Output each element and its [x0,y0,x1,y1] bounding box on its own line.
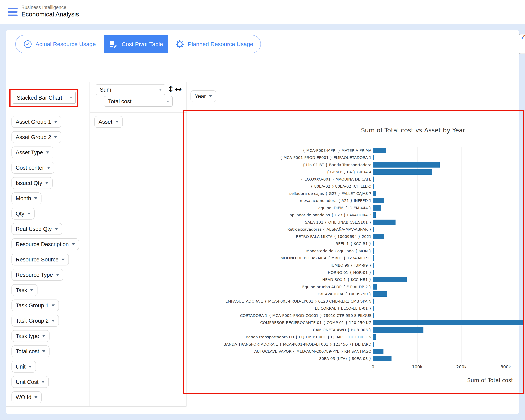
chevron-down-icon [56,274,59,276]
chart-row: { MCA-P001-PROD-EP001 } EMPAQUETADORA 1 [191,154,524,161]
y-category-label: { 80EA-02 } 80EA-02 (CHILLER) [191,184,373,189]
chart-row: MOLINO DE BOLAS MCA { MB01 } 1234 METSO [191,255,524,262]
y-category-label: { Lin-01-BT } Banda Transportadora [191,163,373,167]
field-chip-label: Asset Group 1 [16,119,51,125]
hamburger-menu-icon[interactable] [8,8,18,17]
field-chip-task-group-2[interactable]: Task Group 2 [11,315,59,327]
bar [373,241,374,246]
field-chip-qty[interactable]: Qty [11,208,35,220]
bar [373,320,524,325]
field-chip-real-used-qty[interactable]: Real Used Qty [11,223,62,235]
pivot-edit-icon [109,40,118,48]
bar [373,162,440,168]
field-chip-resource-description[interactable]: Resource Description [11,238,79,250]
row-field-chip-asset[interactable]: Asset [94,116,123,128]
divider-pivot-column [187,82,187,406]
field-chip-wo-id[interactable]: WO Id [11,391,42,403]
y-category-label: { MCA-P001-PROD-EP001 } EMPAQUETADORA 1 [191,155,373,160]
bar [373,299,374,304]
y-category-label: BANDA TRANSPORTADORA 1 { MCA-P001-PROD-B… [191,342,373,346]
sort-horizontal-icon[interactable]: ↔ [175,85,182,93]
tab-label: Planned Resource Usage [188,41,253,47]
chart-row: mesa acumuladora { A21 } INFEED 1 [191,197,524,205]
chevron-down-icon [52,320,55,322]
chart-row: JUMBO 99 { JUM-99 } [191,262,524,269]
bar [373,342,374,347]
tab-planned-resource-usage[interactable]: Planned Resource Usage [168,35,261,53]
x-tick-label: 300k [494,364,517,369]
chevron-down-icon [115,121,119,123]
bar [373,148,386,153]
field-chip-unit-cost[interactable]: Unit Cost [11,376,49,388]
chart-row: apilador de bandejas { C23 } LAVADORA 3 [191,212,524,219]
x-tick-label: 0 [361,364,384,369]
bar [373,255,374,261]
chart-row: HEAD BOX 1 { KCC-HB1 } [191,276,524,283]
y-category-label: equipo IDIEM { IDIEM.444 } [191,205,373,210]
bar-chart-plot: { MCA-P003-MPRI } MATERIA PRIMA{ MCA-P00… [191,147,524,362]
y-category-label: EXCAVADORA { 10009790 } [191,292,373,296]
bar [373,291,387,297]
y-category-label: EL CORRAL { ELCO-ELTE-01 } [191,306,373,311]
field-chip-task-type[interactable]: Task type [11,330,49,342]
y-category-label: EMPAQUETADORA 1 { MCA-P003-PROD-EP001 } … [191,299,373,304]
field-chip-label: Unit [16,364,26,370]
field-chip-cost-center[interactable]: Cost center [11,162,54,174]
y-category-label: AUTOCLAVE VAPOR { MED-ACM-C00789-PYE } R… [191,349,373,354]
tab-actual-resource-usage[interactable]: ✓ Actual Resource Usage [16,35,104,53]
chart-row: Retroexcavadoras { AESPAÑA-MAV-ABI-AR } [191,226,524,233]
chevron-down-icon [46,151,49,154]
tab-label: Cost Pivot Table [122,41,163,47]
bar [373,205,381,211]
tab-cost-pivot-table[interactable]: Cost Pivot Table [104,35,168,53]
value-field-select[interactable]: Total cost [104,96,173,107]
field-chip-asset-group-2[interactable]: Asset Group 2 [11,131,61,143]
bar [373,234,384,239]
breadcrumb: Business Intelligence [21,5,66,10]
field-chip-label: Qty [16,211,24,217]
y-category-label: CORTADORA 1 { MCA-P002-PROD-CO001 } 7891… [191,313,373,318]
field-chip-month[interactable]: Month [11,192,41,204]
field-chip-resource-source[interactable]: Resource Source [11,254,69,265]
y-category-label: selladora de cajas { G27 } PALLET CAJAS … [191,191,373,196]
bar [373,277,407,282]
bar [373,155,374,160]
bar [373,169,432,175]
field-chip-asset-group-1[interactable]: Asset Group 1 [11,116,61,128]
field-chip-task[interactable]: Task [11,284,38,296]
y-category-label: MOLINO DE BOLAS MCA { MB01 } 1234 METSO [191,256,373,260]
bar [373,220,395,225]
y-category-label: { EQ.OXXO-001 } MAQUINA DE CAFE [191,177,373,181]
field-chip-label: Task [16,287,27,293]
field-chip-task-group-1[interactable]: Task Group 1 [11,299,59,311]
chart-row: CAMIONETA 4WD { HUB-003 } [191,326,524,334]
chevron-down-icon [54,136,57,138]
economical-analysis-page: Business Intelligence Economical Analysi… [0,0,525,420]
chevron-down-icon [30,289,33,291]
chevron-down-icon [34,396,38,398]
chart-row: { 80EA-02 } 80EA-02 (CHILLER) [191,183,524,190]
bar [373,356,392,361]
field-chip-issued-qty[interactable]: Issued Qty [11,177,53,189]
bar [373,306,374,311]
y-category-label: RETRO PALA MIXTA { 10009694 } 2021 [191,234,373,239]
chart-row: selladora de cajas { G27 } PALLET CAJAS … [191,190,524,197]
y-category-label: Retroexcavadoras { AESPAÑA-MAV-ABI-AR } [191,227,373,232]
chevron-down-icon [62,259,65,261]
field-chip-resource-type[interactable]: Resource Type [11,269,63,281]
y-category-label: { MCA-P003-MPRI } MATERIA PRIMA [191,148,373,153]
chevron-down-icon [52,305,55,307]
sort-vertical-icon[interactable]: ↕ [167,85,174,93]
field-chip-label: Task type [16,333,39,339]
field-chip-asset-type[interactable]: Asset Type [11,147,53,158]
chevron-down-icon [209,95,212,97]
chart-row: Equipo prueba AI DP { E-P-AI-DP-2 } [191,283,524,290]
field-chip-total-cost[interactable]: Total cost [11,345,49,357]
chart-row: equipo IDIEM { IDIEM.444 } [191,204,524,212]
chart-type-select[interactable]: Stacked Bar Chart [13,92,76,104]
field-chip-unit[interactable]: Unit [11,361,36,373]
field-chip-label: Task Group 2 [16,318,48,324]
column-field-chip-year[interactable]: Year [190,90,216,102]
y-category-label: COMPRESOR RECIPROCANTE 01 { COMP-01 } 12… [191,320,373,325]
aggregation-select[interactable]: Sum [96,84,165,95]
